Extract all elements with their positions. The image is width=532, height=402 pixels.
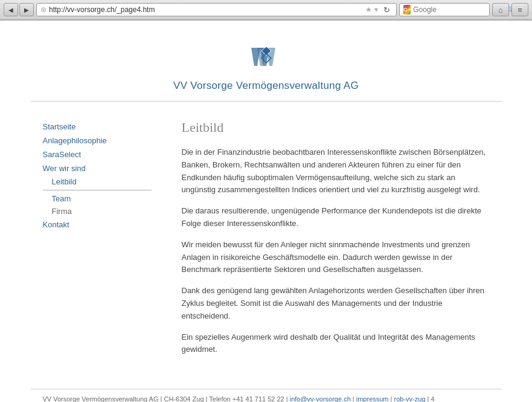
sidebar-item-team[interactable]: Team [43,192,152,205]
dropdown-icon[interactable]: ▾ [374,5,378,14]
page-wrapper: VV Vorsorge Vermögensverwaltung AG Start… [0,21,532,402]
forward-button[interactable]: ▶ [19,3,34,16]
footer-page-number: 4 [431,395,434,402]
content-paragraph-4: Dank des genügend lang gewählten Anlageh… [182,285,490,322]
address-bar: ⊕ ★ ▾ ↻ [36,3,397,16]
footer-text: VV Vorsorge Vermögensverwaltung AG | CH-… [43,395,288,402]
content-area: Leitbild Die in der Finanzindustrie beob… [164,120,490,365]
home-button[interactable]: ⌂ [492,3,509,16]
sidebar-item-leitbild[interactable]: Leitbild [43,175,152,190]
sidebar-item-anlagephilosophie[interactable]: Anlagephilosophie [43,134,152,148]
bookmark-icon: ⊕ [40,5,46,14]
page-content: VV Vorsorge Vermögensverwaltung AG Start… [31,21,502,402]
sidebar-nav: Startseite Anlagephilosophie SaraSelect … [43,120,164,365]
menu-button[interactable]: ≡ [511,3,528,16]
star-icon[interactable]: ★ [365,5,372,14]
search-bar: G+ 🔍 [399,3,490,16]
back-button[interactable]: ◀ [4,3,18,16]
google-icon: G+ [403,5,411,15]
content-paragraph-3: Wir meiden bewusst für den Anleger nicht… [182,239,490,276]
browser-toolbar: ◀ ▶ ⊕ ★ ▾ ↻ G+ 🔍 ⌂ ≡ [0,0,532,20]
site-logo [248,45,284,75]
browser-window: ◀ ▶ ⊕ ★ ▾ ↻ G+ 🔍 ⌂ ≡ [0,0,532,21]
url-input[interactable] [49,5,363,14]
nav-buttons: ◀ ▶ [4,3,34,16]
page-heading: Leitbild [182,120,490,135]
footer-impressum-link[interactable]: impressum [356,395,389,402]
content-paragraph-5: Ein spezielles Augenmerk wird deshalb de… [182,331,490,357]
sidebar-item-saraselect[interactable]: SaraSelect [43,148,152,161]
site-header: VV Vorsorge Vermögensverwaltung AG [31,33,502,102]
content-paragraph-2: Die daraus resultierende, ungenügende Pe… [182,205,490,230]
footer-rob-link[interactable]: rob-vv-zug [394,395,426,402]
sidebar-item-kontakt[interactable]: Kontakt [43,218,152,232]
site-title: VV Vorsorge Vermögensverwaltung AG [31,80,502,92]
main-layout: Startseite Anlagephilosophie SaraSelect … [31,120,502,365]
sidebar-item-firma[interactable]: Firma [43,205,152,218]
site-footer: VV Vorsorge Vermögensverwaltung AG | CH-… [31,389,502,402]
sidebar-item-startseite[interactable]: Startseite [43,120,152,134]
content-paragraph-1: Die in der Finanzindustrie beobachtbaren… [182,146,490,196]
refresh-button[interactable]: ↻ [380,3,393,16]
search-input[interactable] [413,5,504,14]
sidebar-item-wer-wir-sind[interactable]: Wer wir sind [43,161,152,175]
footer-email-link[interactable]: info@vv-vorsorge.ch [290,395,351,402]
